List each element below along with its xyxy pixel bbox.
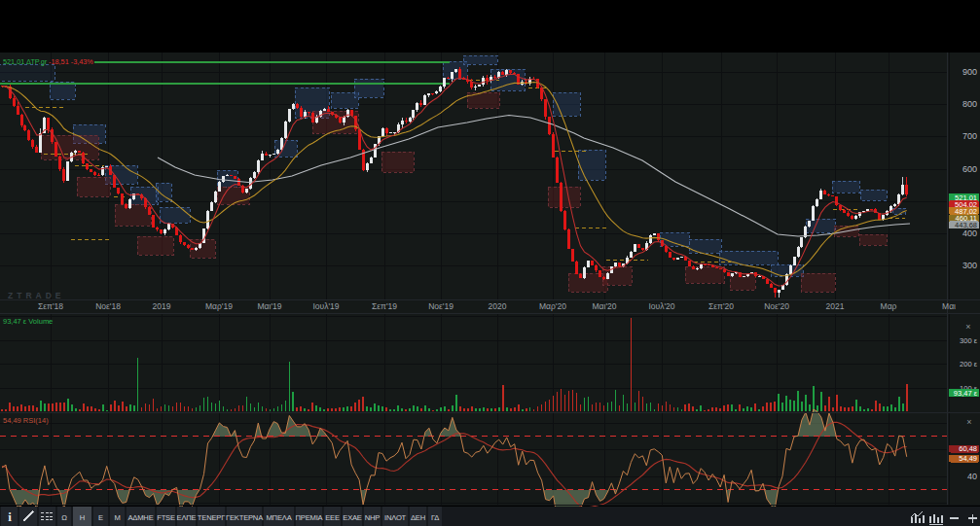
svg-text:ΕΧΑΕ: ΕΧΑΕ	[343, 513, 362, 522]
svg-text:Σεπ'19: Σεπ'19	[372, 301, 397, 311]
svg-text:ΕΕΕ: ΕΕΕ	[325, 513, 340, 522]
svg-text:443,68: 443,68	[955, 221, 977, 229]
svg-text:Μαρ'19: Μαρ'19	[205, 301, 233, 311]
svg-text:Μαι'19: Μαι'19	[258, 301, 282, 311]
svg-text:400: 400	[962, 228, 977, 238]
svg-text:54,49 RSI(14): 54,49 RSI(14)	[3, 416, 49, 425]
svg-text:Η: Η	[80, 513, 85, 522]
svg-text:300: 300	[962, 261, 977, 270]
svg-text:ΝΗΡ: ΝΗΡ	[365, 513, 381, 522]
svg-text:Νοε'19: Νοε'19	[428, 301, 454, 311]
svg-text:ΓΔ: ΓΔ	[431, 513, 439, 522]
svg-text:ΕΛΠΕ: ΕΛΠΕ	[177, 513, 197, 522]
svg-text:Ω: Ω	[61, 513, 67, 522]
svg-text:Νοε'20: Νοε'20	[764, 301, 789, 311]
svg-text:Σεπ'20: Σεπ'20	[708, 301, 734, 311]
svg-text:Μαι'20: Μαι'20	[593, 301, 617, 311]
svg-text:×: ×	[966, 417, 971, 427]
svg-text:ΔΕΗ: ΔΕΗ	[411, 513, 425, 522]
svg-text:Νοε'18: Νοε'18	[95, 301, 121, 311]
svg-text:700: 700	[962, 131, 977, 141]
svg-text:ΤΕΝΕΡΓ: ΤΕΝΕΡΓ	[198, 513, 225, 522]
svg-text:Μαρ: Μαρ	[881, 301, 897, 311]
svg-text:521,01 ΔΤΡ.gr: 521,01 ΔΤΡ.gr	[3, 57, 48, 66]
svg-text:2021: 2021	[826, 301, 845, 311]
svg-text:ΓΕΚΤΕΡΝΑ: ΓΕΚΤΕΡΝΑ	[226, 513, 264, 522]
svg-text:54,49: 54,49	[959, 454, 977, 463]
svg-text:40: 40	[967, 472, 977, 481]
svg-text:i: i	[8, 509, 12, 524]
svg-text:×: ×	[965, 322, 970, 332]
svg-text:ΙΝΛΟΤ: ΙΝΛΟΤ	[384, 513, 407, 522]
svg-text:ZTRADE: ZTRADE	[8, 291, 64, 300]
svg-text:60,48: 60,48	[959, 444, 977, 453]
svg-text:Μαι: Μαι	[942, 301, 956, 311]
svg-text:ΜΠΕΛΑ: ΜΠΕΛΑ	[266, 513, 292, 522]
svg-text:Μ: Μ	[114, 513, 120, 522]
svg-text:-18,51 -3,43%: -18,51 -3,43%	[49, 57, 93, 66]
svg-text:Ιουλ'19: Ιουλ'19	[312, 301, 339, 311]
svg-text:Μαρ'20: Μαρ'20	[539, 301, 566, 311]
svg-text:2019: 2019	[153, 301, 171, 311]
svg-text:Ιουλ'20: Ιουλ'20	[648, 301, 674, 311]
svg-text:93,47 ε Volume: 93,47 ε Volume	[3, 317, 53, 326]
svg-text:600: 600	[962, 164, 977, 174]
svg-text:ΑΔΜΗΕ: ΑΔΜΗΕ	[127, 513, 153, 522]
svg-text:Ε: Ε	[98, 513, 103, 522]
svg-text:300 ε: 300 ε	[960, 336, 978, 345]
svg-text:800: 800	[962, 99, 977, 109]
svg-text:93,47 ε: 93,47 ε	[954, 389, 978, 398]
svg-text:200 ε: 200 ε	[960, 360, 978, 368]
svg-text:900: 900	[962, 67, 977, 77]
svg-text:2020: 2020	[489, 301, 507, 311]
svg-text:ΠΡΕΜΙΑ: ΠΡΕΜΙΑ	[296, 513, 324, 522]
svg-text:FTSE: FTSE	[157, 513, 175, 522]
svg-text:Σεπ'18: Σεπ'18	[38, 301, 63, 311]
